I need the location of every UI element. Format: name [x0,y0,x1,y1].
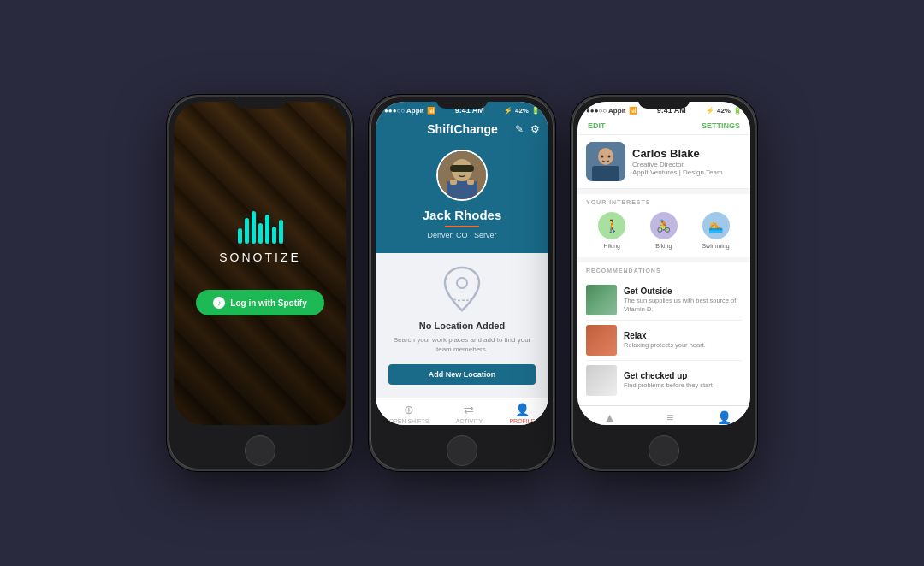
bar-1 [238,228,242,244]
rec-checkup[interactable]: Get checked up Find problems before they… [586,361,742,400]
phone1-screen: ●●●○○ AppIt 📶 9:41 AM ⚡ 42% 🔋 [174,102,346,425]
interest-swimming: 🏊 Swimming [702,212,729,249]
nav-reports[interactable]: ≡ Reports [660,410,681,425]
outside-thumbnail [586,285,617,315]
rec-relax-text: Relax Relaxing protects your heart. [624,331,742,350]
recommendations-section: RECOMMENDATIONS Get Outside The sun supp… [578,262,750,405]
bar-5 [265,215,270,244]
profile3-company: AppIt Ventures | Design Team [632,168,742,176]
carrier-left-3: ●●●○○ AppIt 📶 [586,107,637,115]
bar-4 [258,223,263,244]
nav-dashboard[interactable]: ▲ Dashboard [595,410,625,425]
bar-3 [252,211,256,244]
battery-icon-3: 🔋 [733,107,742,115]
svg-point-13 [608,156,611,158]
profile3-avatar [586,142,625,181]
edit-button[interactable]: EDIT [588,121,606,130]
phone-shiftchange: ●●●○○ AppIt 📶 9:41 AM ⚡ 42% 🔋 ShiftChang… [369,95,555,471]
svg-point-12 [601,156,604,158]
phone3-screen: ●●●○○ AppIt 📶 9:41 AM ⚡ 42% 🔋 EDIT SETTI… [578,102,750,425]
battery-3: 42% [717,107,731,115]
add-location-button[interactable]: Add New Location [388,364,536,385]
profile-icon-2: 👤 [515,403,530,416]
interests-section: YOUR INTERESTS 🚶 Hiking 🚴 Biking 🏊 Swimm… [578,194,750,257]
settings-icon[interactable]: ⚙ [530,123,540,135]
phone2-screen: ●●●○○ AppIt 📶 9:41 AM ⚡ 42% 🔋 ShiftChang… [376,102,548,425]
bt-icon-2: ⚡ [504,107,512,115]
checkup-desc: Find problems before they start [624,381,742,390]
biking-label: Biking [655,243,672,249]
spotify-icon: ♪ [213,297,225,309]
sonotize-content: SONOTIZE ♪ Log in with Spotify [174,117,346,425]
location-pin-icon [443,266,481,312]
bt-icon-3: ⚡ [706,107,714,115]
profile3-info: Carlos Blake Creative Director AppIt Ven… [632,147,742,176]
title-orange: Shift [427,122,453,136]
home-button-3[interactable] [649,435,679,466]
status-bar-3: ●●●○○ AppIt 📶 9:41 AM ⚡ 42% 🔋 [578,102,750,117]
profile-icon-3: 👤 [717,410,732,424]
wifi-icon-2: 📶 [427,107,435,115]
interest-biking: 🚴 Biking [650,212,678,249]
profile3-role: Creative Director [632,161,742,168]
checkup-title: Get checked up [624,371,742,380]
bar-6 [272,227,276,244]
login-label: Log in with Spotify [230,298,306,308]
sonotize-name: SONOTIZE [219,251,301,264]
status-right-2: ⚡ 42% 🔋 [504,107,540,115]
rec-outside-text: Get Outside The sun supplies us with bes… [624,286,742,314]
status-bar-2: ●●●○○ AppIt 📶 9:41 AM ⚡ 42% 🔋 [376,102,548,117]
time-2: 9:41 AM [455,106,484,115]
header-icons[interactable]: ✎ ⚙ [515,123,540,135]
dashboard-icon: ▲ [604,410,616,424]
edit-icon[interactable]: ✎ [515,123,524,135]
interests-row: 🚶 Hiking 🚴 Biking 🏊 Swimming [586,212,742,249]
battery-icon-2: 🔋 [531,107,540,115]
checkup-thumbnail [586,365,617,396]
shiftchange-header: ShiftChange ✎ ⚙ [376,117,548,141]
nav-open-shifts[interactable]: ⊕ OPEN SHIFTS [389,403,429,424]
activity-label: ACTIVITY [456,418,483,424]
nav-profile-2[interactable]: 👤 PROFILE [509,403,535,424]
location-section: No Location Added Search your work place… [376,253,548,398]
interest-hiking: 🚶 Hiking [598,212,625,249]
spotify-login-button[interactable]: ♪ Log in with Spotify [196,290,323,315]
phone-profile: ●●●○○ AppIt 📶 9:41 AM ⚡ 42% 🔋 EDIT SETTI… [571,95,757,471]
location-pin-container [443,266,481,312]
bar-2 [245,218,249,244]
name-underline [445,226,479,227]
no-location-desc: Search your work places and add to find … [388,335,536,354]
relax-thumbnail [586,325,617,356]
settings-button[interactable]: SETTINGS [702,121,740,130]
recommendations-label: RECOMMENDATIONS [586,268,742,274]
no-location-title: No Location Added [419,321,505,331]
outside-title: Get Outside [624,286,742,296]
rec-outside[interactable]: Get Outside The sun supplies us with bes… [586,280,742,321]
carrier-2: ●●●○○ AppIt [384,107,424,115]
bar-7 [279,220,283,244]
profile-section-2: Jack Rhodes Denver, CO · Server [376,141,548,253]
open-shifts-icon: ⊕ [404,403,414,416]
reports-icon: ≡ [666,410,673,424]
home-button-1[interactable] [245,435,275,466]
battery-2: 42% [515,107,529,115]
app-title: ShiftChange [427,122,497,136]
home-button-2[interactable] [447,435,477,466]
nav-activity[interactable]: ⇄ ACTIVITY [456,403,483,424]
profile-location: Denver, CO · Server [427,231,496,239]
interests-label: YOUR INTERESTS [586,199,742,205]
wifi-icon-3: 📶 [629,107,637,115]
svg-rect-11 [592,166,619,181]
profile-label-2: PROFILE [509,418,535,424]
profile3-header: Carlos Blake Creative Director AppIt Ven… [578,135,750,189]
rec-relax[interactable]: Relax Relaxing protects your heart. [586,321,742,361]
bottom-nav-3: ▲ Dashboard ≡ Reports 👤 Profile [578,405,750,425]
biking-circle: 🚴 [650,212,678,239]
outside-desc: The sun supplies us with best source of … [624,297,742,314]
svg-point-8 [457,278,467,288]
nav-profile-3[interactable]: 👤 Profile [716,410,733,425]
avatar-img-3 [586,142,625,181]
profile-avatar [438,151,486,199]
sound-bars [238,209,283,244]
svg-rect-3 [450,180,457,185]
